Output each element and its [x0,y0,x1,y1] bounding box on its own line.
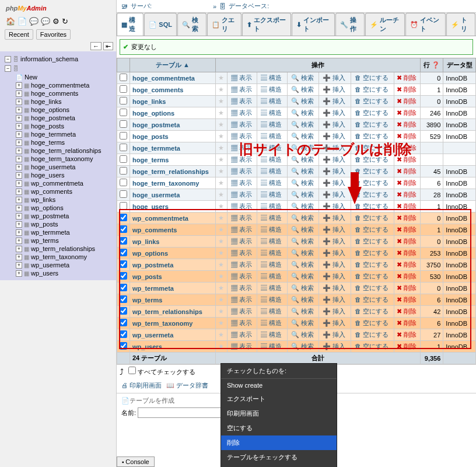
tab-5[interactable]: ⬇インポート [292,13,335,36]
browse-link[interactable]: ▦ 表示 [230,86,253,93]
star-icon[interactable]: ★ [218,121,224,128]
row-checkbox[interactable] [120,330,127,338]
star-icon[interactable]: ★ [218,168,224,175]
tab-3[interactable]: 📋クエリ [207,13,242,36]
table-link[interactable]: hoge_comments [132,86,183,93]
drop-link[interactable]: ✖ 削除 [397,109,416,116]
empty-link[interactable]: 🗑 空にする [354,343,390,350]
star-icon[interactable]: ★ [218,331,224,338]
browse-link[interactable]: ▦ 表示 [230,74,253,81]
struct-link[interactable]: ▤ 構造 [260,179,283,186]
search-link[interactable]: 🔍 検索 [290,296,315,303]
insert-link[interactable]: ➕ 挿入 [321,284,346,291]
tree-db[interactable]: −🗄 [2,64,114,73]
insert-link[interactable]: ➕ 挿入 [321,168,346,175]
table-link[interactable]: wp_terms [132,297,162,304]
tree-table[interactable]: +▦hoge_comments [15,89,114,97]
star-icon[interactable]: ★ [218,86,224,93]
struct-link[interactable]: ▤ 構造 [260,86,283,93]
struct-link[interactable]: ▤ 構造 [260,343,283,350]
star-icon[interactable]: ★ [218,214,224,221]
row-checkbox[interactable] [120,190,127,198]
drop-link[interactable]: ✖ 削除 [397,331,416,338]
star-icon[interactable]: ★ [218,133,224,140]
struct-link[interactable]: ▤ 構造 [260,97,283,104]
struct-link[interactable]: ▤ 構造 [260,331,283,338]
search-link[interactable]: 🔍 検索 [290,74,315,81]
tree-table[interactable]: +▦hoge_terms [15,138,114,147]
col-type[interactable]: データ型 [443,58,476,72]
row-checkbox[interactable] [120,307,127,315]
star-icon[interactable]: ★ [218,343,224,350]
drop-link[interactable]: ✖ 削除 [397,284,416,291]
tree-table[interactable]: +▦wp_usermeta [15,261,114,269]
star-icon[interactable]: ★ [218,156,224,163]
tree-db[interactable]: −🗄information_schema [2,54,114,64]
tab-9[interactable]: ⚡トリ [446,13,475,36]
home-icon[interactable]: 🏠 [6,17,15,26]
recent-tab[interactable]: Recent [5,29,33,40]
empty-link[interactable]: 🗑 空にする [354,179,390,186]
drop-link[interactable]: ✖ 削除 [397,214,416,221]
search-link[interactable]: 🔍 検索 [290,319,315,326]
row-checkbox[interactable] [120,202,127,210]
dropdown-item[interactable]: テーブルを最適化する [221,465,337,467]
table-link[interactable]: hoge_users [132,203,169,210]
drop-link[interactable]: ✖ 削除 [397,238,416,245]
insert-link[interactable]: ➕ 挿入 [321,86,346,93]
drop-link[interactable]: ✖ 削除 [397,191,416,198]
empty-link[interactable]: 🗑 空にする [354,296,390,303]
empty-link[interactable]: 🗑 空にする [354,308,390,315]
check-all[interactable]: すべてチェックする [128,367,195,377]
browse-link[interactable]: ▦ 表示 [230,109,253,116]
table-link[interactable]: hoge_termmeta [132,145,180,152]
star-icon[interactable]: ★ [218,74,224,81]
drop-link[interactable]: ✖ 削除 [397,249,416,256]
browse-link[interactable]: ▦ 表示 [230,97,253,104]
tree-table[interactable]: +▦wp_options [15,204,114,212]
search-link[interactable]: 🔍 検索 [290,191,315,198]
star-icon[interactable]: ★ [218,203,224,210]
data-dict-link[interactable]: 📖 データ辞書 [166,381,208,390]
row-checkbox[interactable] [120,120,127,128]
table-link[interactable]: hoge_postmeta [132,121,180,128]
tree-table[interactable]: +▦hoge_users [15,171,114,179]
star-icon[interactable]: ★ [218,296,224,303]
empty-link[interactable]: 🗑 空にする [354,74,390,81]
table-link[interactable]: wp_comments [132,226,177,234]
sql-icon[interactable]: 💬 [29,17,38,26]
table-link[interactable]: wp_links [132,238,159,245]
empty-link[interactable]: 🗑 空にする [354,97,390,104]
star-icon[interactable]: ★ [218,109,224,116]
row-checkbox[interactable] [120,85,127,93]
row-checkbox[interactable] [120,74,127,81]
tree-table[interactable]: +▦wp_termmeta [15,228,114,236]
search-link[interactable]: 🔍 検索 [290,308,315,315]
struct-link[interactable]: ▤ 構造 [260,284,283,291]
star-icon[interactable]: ★ [218,144,224,151]
table-link[interactable]: wp_term_taxonomy [132,320,192,327]
tree-table[interactable]: +▦hoge_term_relationships [15,147,114,155]
insert-link[interactable]: ➕ 挿入 [321,261,346,268]
browse-link[interactable]: ▦ 表示 [230,121,253,128]
search-link[interactable]: 🔍 検索 [290,121,315,128]
browse-link[interactable]: ▦ 表示 [230,179,253,186]
row-checkbox[interactable] [120,144,127,151]
star-icon[interactable]: ★ [218,319,224,326]
tree-table[interactable]: +▦wp_term_relationships [15,245,114,253]
insert-link[interactable]: ➕ 挿入 [321,331,346,338]
insert-link[interactable]: ➕ 挿入 [321,97,346,104]
empty-link[interactable]: 🗑 空にする [354,168,390,175]
favorites-tab[interactable]: Favorites [36,29,71,40]
tab-1[interactable]: 📄SQL [144,13,177,36]
empty-link[interactable]: 🗑 空にする [354,86,390,93]
browse-link[interactable]: ▦ 表示 [230,261,253,268]
reload-icon[interactable]: ↻ [62,17,68,26]
row-checkbox[interactable] [120,214,127,221]
tree-table[interactable]: +▦hoge_options [15,106,114,114]
empty-link[interactable]: 🗑 空にする [354,273,390,280]
drop-link[interactable]: ✖ 削除 [397,261,416,268]
tree-table[interactable]: +▦hoge_postmeta [15,114,114,122]
empty-link[interactable]: 🗑 空にする [354,133,390,140]
browse-link[interactable]: ▦ 表示 [230,168,253,175]
